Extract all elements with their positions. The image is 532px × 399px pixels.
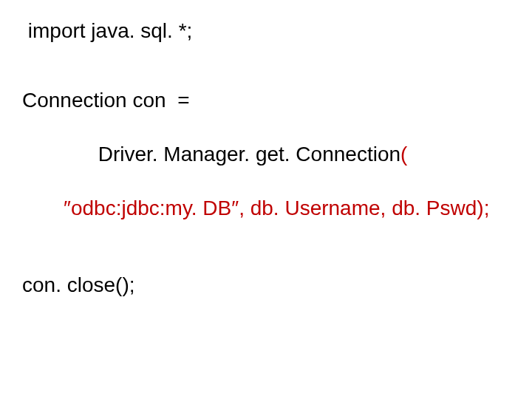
code-conn-decl: Connection con = [22, 87, 510, 114]
import-line: import java. sql. *; [22, 18, 510, 44]
code-conn-args: ″odbc:jdbc:my. DB″, db. Username, db. Ps… [22, 195, 510, 222]
code-driver-call: Driver. Manager. get. Connection( [22, 115, 510, 195]
connection-block: Connection con = Driver. Manager. get. C… [22, 87, 510, 222]
code-import: import java. sql. *; [22, 19, 192, 42]
slide-content: import java. sql. *; Connection con = Dr… [0, 0, 532, 314]
code-close: con. close(); [22, 273, 135, 296]
code-paren-open: ( [400, 143, 407, 166]
close-block: con. close(); [22, 272, 510, 299]
code-driver-text: Driver. Manager. get. Connection [98, 143, 400, 166]
